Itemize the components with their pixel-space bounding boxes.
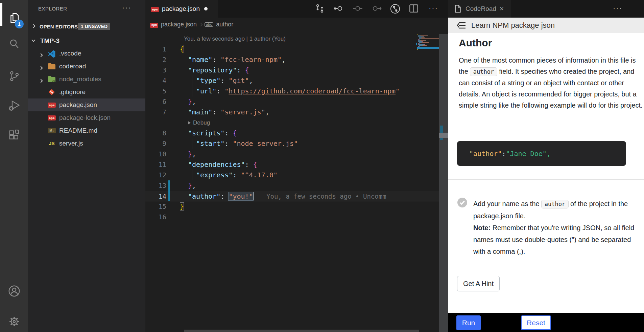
file-tree-item-README-md[interactable]: M↓README.md — [28, 124, 145, 137]
explorer-icon[interactable]: 1 — [0, 6, 28, 30]
previous-change-icon[interactable] — [352, 3, 364, 15]
code-line-11[interactable]: 11"dependencies": { — [145, 159, 439, 170]
editor-group: npm package.json ··· npm package.json ab… — [145, 0, 448, 332]
node-modules-folder-icon — [48, 75, 56, 83]
code-line-8[interactable]: 8"scripts": { — [145, 128, 439, 138]
split-editor-icon[interactable] — [408, 3, 420, 15]
code-line-7[interactable]: 7"main": "server.js", — [145, 107, 439, 117]
code-line-15[interactable]: 15} — [145, 201, 439, 212]
run-button[interactable]: Run — [456, 315, 481, 330]
line-number: 1 — [145, 44, 166, 54]
folder-icon — [48, 63, 56, 70]
note-label: Note: — [473, 224, 491, 231]
code-editor[interactable]: You, a few seconds ago | 1 author (You)1… — [145, 34, 439, 222]
file-name: package.json — [59, 101, 97, 109]
line-number: 15 — [145, 201, 166, 212]
chevron-down-icon — [31, 38, 35, 42]
file-tree-item-package-lock-json[interactable]: npmpackage-lock.json — [28, 111, 145, 124]
scrollbar-thumb[interactable] — [439, 133, 448, 138]
vertical-scrollbar[interactable] — [439, 34, 448, 332]
breadcrumb-symbol[interactable]: author — [216, 21, 233, 28]
tutorial-title: Learn NPM package json — [471, 21, 555, 30]
code-line-6[interactable]: 6}, — [145, 96, 439, 107]
breadcrumb: npm package.json abc author — [145, 18, 233, 31]
code-line-3[interactable]: 3"repository": { — [145, 65, 439, 75]
code-line-10[interactable]: 10}, — [145, 149, 439, 159]
line-number: 7 — [145, 107, 166, 117]
inline-code-author: author — [541, 200, 569, 208]
code-example-block: "author": "Jane Doe", — [457, 141, 626, 166]
sidebar-more-actions-icon[interactable]: ··· — [122, 3, 132, 12]
coderoad-tab-label: CodeRoad — [466, 5, 496, 13]
line-number: 9 — [145, 138, 166, 149]
code-line-14[interactable]: 14"author": "you!"You, a few seconds ago… — [145, 191, 439, 201]
symbol-string-icon: abc — [205, 22, 213, 27]
workspace-root-folder[interactable]: TMP-3 — [28, 34, 145, 47]
run-debug-icon[interactable] — [0, 94, 28, 117]
next-change-icon[interactable] — [371, 3, 383, 15]
code-line-2[interactable]: 2"name": "fcc-learn-npm", — [145, 54, 439, 65]
discard-changes-icon[interactable] — [333, 3, 344, 15]
account-icon[interactable] — [0, 279, 28, 303]
close-icon[interactable]: × — [500, 4, 504, 13]
back-to-menu-icon[interactable] — [456, 20, 467, 30]
modified-line-indicator — [168, 180, 170, 191]
chevron-right-icon — [199, 23, 202, 26]
code-line-5[interactable]: 5"url": "https://github.com/coderoad/fcc… — [145, 86, 439, 96]
line-number: 14 — [145, 191, 166, 202]
tab-package-json[interactable]: npm package.json — [145, 0, 218, 18]
line-number: 8 — [145, 128, 166, 138]
code-line-1[interactable]: 1{ — [145, 44, 439, 54]
example-key: "author" — [469, 150, 502, 158]
chevron-right-icon — [31, 24, 35, 28]
file-tree: .vscodecoderoadnode_modules.gitignorenpm… — [28, 47, 145, 150]
minimap[interactable] — [417, 34, 439, 51]
line-number: 10 — [145, 149, 166, 159]
file-name: node_modules — [59, 75, 101, 83]
reset-button[interactable]: Reset — [521, 315, 551, 330]
minimap-current-line-tick — [416, 43, 417, 45]
file-tree-item--vscode[interactable]: .vscode — [28, 47, 145, 60]
code-line-9[interactable]: 9"start": "node server.js" — [145, 138, 439, 149]
get-hint-button[interactable]: Get A Hint — [457, 276, 500, 291]
breadcrumb-file[interactable]: package.json — [161, 21, 197, 28]
file-name: README.md — [59, 127, 97, 134]
file-tree-item-node-modules[interactable]: node_modules — [28, 73, 145, 86]
tab-label: package.json — [162, 5, 200, 13]
note-text: Remember that you're writing JSON, so al… — [473, 224, 634, 255]
compare-changes-icon[interactable] — [314, 3, 326, 15]
editor-more-actions-icon[interactable]: ··· — [429, 4, 438, 13]
file-tree-item-coderoad[interactable]: coderoad — [28, 60, 145, 73]
tab-coderoad[interactable]: CodeRoad × — [448, 0, 511, 18]
code-line-16[interactable]: 16 — [145, 212, 439, 222]
sidebar-title: EXPLORER — [38, 6, 67, 12]
settings-gear-icon[interactable] — [0, 310, 28, 332]
npm-icon: npm — [48, 115, 56, 120]
source-control-icon[interactable] — [0, 64, 28, 88]
section-paragraph: One of the most common pieces of informa… — [459, 55, 643, 111]
search-icon[interactable] — [0, 32, 28, 56]
line-number: 12 — [145, 170, 166, 180]
code-line-4[interactable]: 4"type": "git", — [145, 75, 439, 86]
file-tree-item-package-json[interactable]: npmpackage.json — [28, 98, 145, 111]
git-icon — [48, 88, 56, 96]
play-icon — [188, 121, 191, 125]
code-line-13[interactable]: 13}, — [145, 180, 439, 191]
file-tree-item--gitignore[interactable]: .gitignore — [28, 86, 145, 98]
file-tree-item-server-js[interactable]: JSserver.js — [28, 137, 145, 150]
code-line-12[interactable]: 12"express": "^4.17.0" — [145, 170, 439, 180]
timeline-icon[interactable] — [389, 3, 401, 15]
horizontal-scrollbar-thumb[interactable] — [184, 330, 419, 332]
file-icon — [453, 4, 462, 13]
open-editors-label: OPEN EDITORS — [40, 24, 78, 29]
line-number: 11 — [145, 159, 166, 170]
panel-more-actions-icon[interactable]: ··· — [613, 4, 622, 13]
unsaved-dot-icon[interactable] — [204, 7, 208, 10]
modified-line-indicator — [168, 191, 170, 201]
authors-codelens[interactable]: You, a few seconds ago | 1 author (You) — [145, 34, 439, 44]
open-editors-section[interactable]: OPEN EDITORS 1 UNSAVED — [28, 20, 145, 33]
debug-codelens[interactable]: Debug — [145, 117, 439, 128]
text-cursor — [253, 192, 254, 200]
npm-icon: npm — [151, 7, 159, 12]
extensions-icon[interactable] — [0, 124, 28, 148]
